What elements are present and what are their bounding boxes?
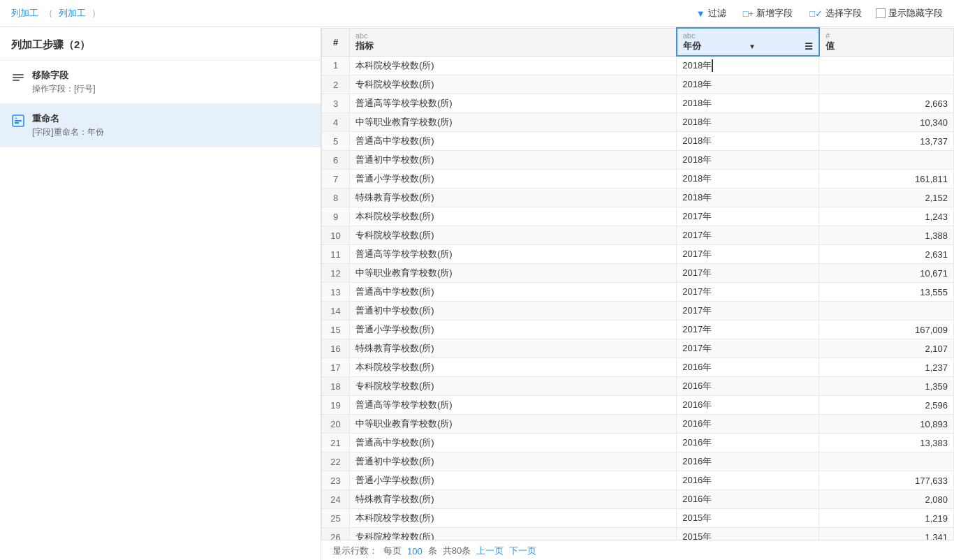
table-row: 26专科院校学校数(所)2015年1,341 — [322, 528, 954, 540]
table-row: 9本科院校学校数(所)2017年1,243 — [322, 207, 954, 226]
cell-index: 17 — [322, 358, 350, 377]
cell-indicator: 普通高中学校数(所) — [350, 283, 677, 302]
cell-value — [819, 151, 954, 170]
cell-index: 2 — [322, 75, 350, 94]
step2-desc: [字段]重命名：年份 — [32, 126, 309, 138]
cell-index: 19 — [322, 396, 350, 415]
step-item-rename[interactable]: A 重命名 [字段]重命名：年份 — [0, 104, 321, 147]
cell-index: 11 — [322, 245, 350, 264]
svg-rect-5 — [15, 122, 19, 124]
col-value-type: # — [825, 31, 948, 40]
add-field-label: 新增字段 — [756, 7, 793, 20]
cell-year: 2018年 — [677, 170, 819, 189]
cell-value: 2,080 — [819, 490, 954, 509]
show-hidden-checkbox[interactable] — [876, 8, 886, 18]
col-year-menu-icon[interactable]: ☰ — [805, 41, 813, 52]
cell-year: 2015年 — [677, 509, 819, 528]
cell-year: 2017年 — [677, 320, 819, 339]
cell-indicator: 普通初中学校数(所) — [350, 452, 677, 471]
table-row: 13普通高中学校数(所)2017年13,555 — [322, 283, 954, 302]
table-row: 10专科院校学校数(所)2017年1,388 — [322, 226, 954, 245]
table-header-row: # abc 指标 abc 年份 ▼ ☰ — [322, 28, 954, 56]
cell-year: 2017年 — [677, 226, 819, 245]
cell-index: 12 — [322, 264, 350, 283]
per-page-suffix: 条 — [428, 545, 437, 557]
show-hidden-label: 显示隐藏字段 — [888, 7, 943, 20]
cell-year: 2016年 — [677, 358, 819, 377]
cell-index: 6 — [322, 151, 350, 170]
table-row: 14普通初中学校数(所)2017年 — [322, 302, 954, 320]
cell-index: 23 — [322, 471, 350, 490]
cell-year: 2016年 — [677, 415, 819, 434]
table-row: 17本科院校学校数(所)2016年1,237 — [322, 358, 954, 377]
cell-value: 2,152 — [819, 189, 954, 207]
sidebar: 列加工步骤（2） 移除字段 操作字段：[行号] — [0, 27, 321, 560]
cell-indicator: 特殊教育学校数(所) — [350, 189, 677, 207]
total-count: 共80条 — [443, 545, 471, 557]
cell-value: 2,631 — [819, 245, 954, 264]
table-row: 7普通小学学校数(所)2018年161,811 — [322, 170, 954, 189]
prev-page-button[interactable]: 上一页 — [476, 545, 504, 557]
table-body: 1本科院校学校数(所)2018年2专科院校学校数(所)2018年3普通高等学校学… — [322, 56, 954, 540]
col-header-year[interactable]: abc 年份 ▼ ☰ — [677, 28, 819, 56]
filter-button[interactable]: ▼ 过滤 — [694, 6, 729, 21]
svg-rect-1 — [13, 77, 24, 78]
cell-value: 10,340 — [819, 113, 954, 132]
cell-index: 24 — [322, 490, 350, 509]
cell-index: 13 — [322, 283, 350, 302]
select-field-button[interactable]: □✓ 选择字段 — [807, 6, 865, 21]
svg-rect-4 — [15, 120, 22, 121]
filter-icon: ▼ — [696, 8, 705, 19]
filter-label: 过滤 — [708, 7, 726, 20]
cell-indicator: 普通高等学校学校数(所) — [350, 396, 677, 415]
cell-indicator: 本科院校学校数(所) — [350, 358, 677, 377]
data-table: # abc 指标 abc 年份 ▼ ☰ — [321, 27, 954, 540]
cell-year: 2015年 — [677, 528, 819, 540]
table-row: 3普通高等学校学校数(所)2018年2,663 — [322, 94, 954, 113]
step-item-remove[interactable]: 移除字段 操作字段：[行号] — [0, 61, 321, 104]
cell-year: 2018年 — [677, 151, 819, 170]
cell-value — [819, 302, 954, 320]
cell-year: 2018年 — [677, 189, 819, 207]
cell-year: 2016年 — [677, 377, 819, 396]
cell-index: 14 — [322, 302, 350, 320]
table-row: 23普通小学学校数(所)2016年177,633 — [322, 471, 954, 490]
cell-value: 10,671 — [819, 264, 954, 283]
per-page-value[interactable]: 100 — [407, 546, 423, 557]
per-page-label: 每页 — [383, 545, 402, 557]
next-page-button[interactable]: 下一页 — [509, 545, 536, 557]
breadcrumb-home[interactable]: 列加工 — [11, 7, 38, 20]
cell-index: 1 — [322, 56, 350, 75]
breadcrumb-sub[interactable]: 列加工 — [59, 7, 86, 20]
cell-year: 2016年 — [677, 434, 819, 452]
cell-indicator: 专科院校学校数(所) — [350, 377, 677, 396]
cell-value: 1,388 — [819, 226, 954, 245]
cell-indicator: 专科院校学校数(所) — [350, 226, 677, 245]
cell-index: 16 — [322, 339, 350, 358]
cell-value — [819, 452, 954, 471]
col-header-indicator[interactable]: abc 指标 — [350, 28, 677, 56]
cell-indicator: 普通小学学校数(所) — [350, 320, 677, 339]
cell-value: 2,107 — [819, 339, 954, 358]
rename-icon: A — [11, 114, 25, 128]
col-header-value[interactable]: # 值 — [819, 28, 954, 56]
table-row: 24特殊教育学校数(所)2016年2,080 — [322, 490, 954, 509]
table-container[interactable]: # abc 指标 abc 年份 ▼ ☰ — [321, 27, 954, 540]
cell-value: 13,555 — [819, 283, 954, 302]
show-hidden-toggle[interactable]: 显示隐藏字段 — [876, 7, 943, 20]
cell-index: 26 — [322, 528, 350, 540]
cell-index: 9 — [322, 207, 350, 226]
cell-indicator: 普通高等学校学校数(所) — [350, 94, 677, 113]
cell-year: 2016年 — [677, 490, 819, 509]
add-field-button[interactable]: □+ 新增字段 — [740, 6, 795, 21]
cell-value: 13,737 — [819, 132, 954, 151]
table-row: 20中等职业教育学校数(所)2016年10,893 — [322, 415, 954, 434]
breadcrumb-sep1: （ — [44, 7, 53, 20]
bottom-bar: 显示行数： 每页 100 条 共80条 上一页 下一页 — [321, 540, 954, 560]
cell-indicator: 本科院校学校数(所) — [350, 56, 677, 75]
year-dropdown-arrow[interactable]: ▼ — [749, 43, 756, 50]
breadcrumb-area: 列加工 （ 列加工 ） — [11, 7, 103, 20]
cell-indicator: 专科院校学校数(所) — [350, 75, 677, 94]
cell-year: 2018年 — [677, 132, 819, 151]
cursor — [712, 59, 713, 72]
